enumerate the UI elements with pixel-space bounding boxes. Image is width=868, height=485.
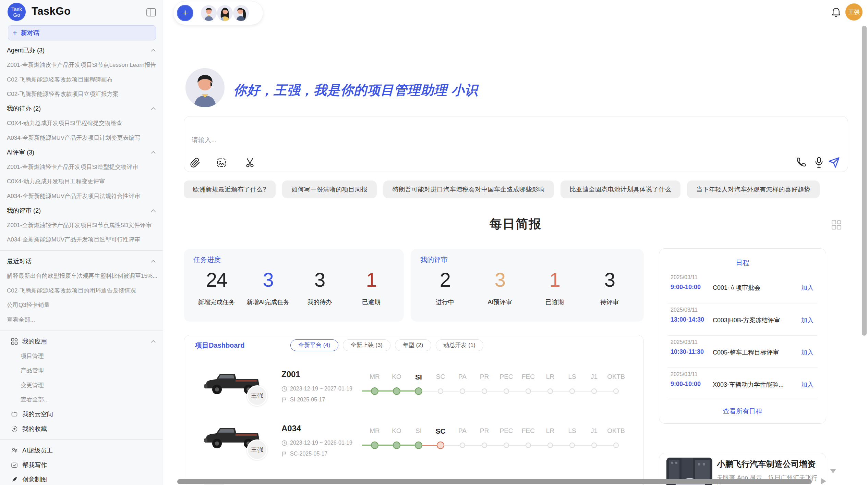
scroll-down-arrow-icon[interactable]: [830, 469, 836, 473]
user-avatar[interactable]: 王强: [845, 3, 863, 21]
chevron-up-icon[interactable]: [151, 260, 156, 263]
sidebar-item[interactable]: Z001-全新燃油轻卡产品开发项目SI节点属性5D文件评审: [0, 218, 163, 233]
sidebar-item[interactable]: Z001-全新燃油轻卡产品开发项目SI造型提交物评审: [0, 160, 163, 174]
sidebar-item-ai-employee[interactable]: AI超级员工: [0, 443, 163, 458]
section-recent-chats[interactable]: 最近对话: [0, 254, 163, 269]
vertical-scrollbar[interactable]: [862, 26, 867, 336]
sidebar-item[interactable]: C0X4-动力总成开发项目SI里程碑提交物检查: [0, 116, 163, 131]
sidebar-item[interactable]: A034-全新新能源MUV产品开发项目计划变更表编写: [0, 130, 163, 145]
sidebar: Task Go TaskGo + 新对话 Agent已办 (3) Z001-全新…: [0, 0, 163, 485]
agent-avatar[interactable]: [233, 5, 249, 21]
join-meeting-link[interactable]: 加入: [801, 381, 813, 389]
sidebar-item[interactable]: C02-飞腾新能源轻客改款项目立项汇报方案: [0, 87, 163, 102]
suggestion-chip[interactable]: 如何写一份清晰的项目周报: [282, 181, 377, 198]
sidebar-item[interactable]: A034-全新新能源MUV产品开发项目造型可行性评审: [0, 233, 163, 247]
stat-ai-prereview: 3 AI预评审: [472, 268, 527, 306]
suggestion-chip[interactable]: 特朗普可能对进口汽车增税会对中国车企造成哪些影响: [383, 181, 554, 198]
voice-call-icon[interactable]: [796, 157, 807, 169]
filter-model-year[interactable]: 年型 (2): [395, 339, 431, 351]
event-time: 10:30-11:30: [671, 348, 704, 356]
people-icon: [11, 447, 18, 454]
section-my-todo[interactable]: 我的待办 (2): [0, 101, 163, 116]
chevron-up-icon[interactable]: [151, 340, 156, 343]
microphone-icon[interactable]: [813, 156, 825, 168]
scroll-right-arrow-icon[interactable]: [821, 478, 826, 484]
apps-grid-icon: [11, 338, 18, 345]
suggestion-chip[interactable]: 欧洲新规最近颁布了什么?: [184, 181, 276, 198]
recent-chat-item[interactable]: 解释最新出台的欧盟报废车法规再生塑料比例被调至15%...: [0, 269, 163, 284]
daily-briefing-title: 每日简报: [163, 216, 868, 233]
layout-grid-icon[interactable]: [831, 219, 842, 230]
assistant-avatar: [185, 68, 225, 107]
news-title: 小鹏飞行汽车制造公司增资: [717, 459, 820, 470]
sidebar-collapse-icon[interactable]: [146, 8, 156, 17]
horizontal-scrollbar[interactable]: [177, 479, 812, 484]
sidebar-item-help-write[interactable]: 帮我写作: [0, 458, 163, 473]
recent-chat-item[interactable]: C02-飞腾新能源轻客改款项目的闭环通告反馈情况: [0, 283, 163, 298]
join-meeting-link[interactable]: 加入: [801, 348, 813, 357]
add-agent-button[interactable]: +: [177, 5, 193, 21]
recent-chat-view-all[interactable]: 查看全部...: [0, 312, 163, 327]
event-time: 9:00-10:00: [671, 381, 701, 388]
chevron-up-icon[interactable]: [151, 209, 156, 212]
attachment-icon[interactable]: [190, 157, 201, 169]
card-title: 任务进度: [193, 255, 221, 264]
sidebar-item[interactable]: C02-飞腾新能源轻客改款项目里程碑画布: [0, 72, 163, 87]
divider: [667, 367, 818, 368]
section-agent-done[interactable]: Agent已办 (3): [0, 43, 163, 58]
suggestion-chip[interactable]: 当下年轻人对汽车外观有怎样的喜好趋势: [687, 181, 820, 198]
stat-review-overdue: 1 已逾期: [527, 268, 582, 306]
filter-new-platform[interactable]: 全新平台 (4): [290, 339, 338, 351]
event-title: C005-整车工程目标评审: [713, 348, 793, 357]
project-flag: SC-2025-05-17: [281, 451, 327, 457]
sidebar-item-change-mgmt[interactable]: 变更管理: [0, 378, 163, 393]
clock-icon: [281, 440, 287, 446]
join-meeting-link[interactable]: 加入: [801, 284, 813, 292]
suggestion-chip[interactable]: 比亚迪全固态电池计划具体说了什么: [560, 181, 680, 198]
sidebar-item[interactable]: Z001-全新燃油皮卡产品开发项目SI节点Lesson Learn报告: [0, 58, 163, 73]
logo-text-bottom: Go: [13, 12, 20, 18]
chat-input[interactable]: [192, 136, 603, 144]
screenshot-scissors-icon[interactable]: [244, 157, 256, 169]
agent-avatar[interactable]: [201, 5, 217, 21]
sidebar-item-creative-draw[interactable]: 创意制图: [0, 472, 163, 485]
project-flag: SI-2025-05-17: [281, 397, 325, 403]
project-code: Z001: [281, 370, 300, 379]
agent-avatar[interactable]: [217, 5, 233, 21]
sidebar-item-project-mgmt[interactable]: 项目管理: [0, 349, 163, 363]
filter-new-body[interactable]: 全新上装 (3): [343, 339, 391, 351]
image-upload-icon[interactable]: [216, 158, 228, 169]
sidebar-item-my-apps[interactable]: 我的应用: [0, 334, 163, 349]
send-icon[interactable]: [828, 156, 840, 168]
feather-pen-icon: [11, 476, 18, 483]
sidebar-item-cloud-space[interactable]: 我的云空间: [0, 407, 163, 422]
join-meeting-link[interactable]: 加入: [801, 316, 813, 324]
sidebar-item[interactable]: C0X4-动力总成开发项目工程变更评审: [0, 174, 163, 189]
chevron-up-icon[interactable]: [151, 49, 156, 52]
sidebar-item-favorites[interactable]: 我的收藏: [0, 422, 163, 436]
new-chat-button[interactable]: + 新对话: [8, 25, 156, 40]
recent-chat-item[interactable]: 公司Q3轻卡销量: [0, 298, 163, 313]
view-all-schedule-link[interactable]: 查看所有日程: [659, 407, 826, 416]
dashboard-title: 项目Dashboard: [195, 341, 244, 350]
chat-input-card: [184, 116, 848, 172]
sidebar-item[interactable]: A034-全新新能源MUV产品开发项目法规符合性评审: [0, 189, 163, 203]
section-ai-review[interactable]: AI评审 (3): [0, 145, 163, 160]
filter-powertrain[interactable]: 动总开发 (1): [436, 339, 484, 351]
notification-bell-icon[interactable]: [831, 7, 841, 18]
event-title: X003-车辆动力学性能验...: [713, 381, 793, 389]
chevron-up-icon[interactable]: [151, 151, 156, 154]
section-my-review[interactable]: 我的评审 (2): [0, 203, 163, 218]
flag-icon: [281, 397, 287, 403]
app-logo: Task Go: [8, 3, 26, 21]
badge-star-icon: [11, 425, 18, 432]
divider: [0, 331, 163, 331]
sidebar-apps-view-all[interactable]: 查看全部...: [0, 393, 163, 407]
sidebar-item-product-mgmt[interactable]: 产品管理: [0, 363, 163, 378]
schedule-card: 日程 2025/03/11 9:00-10:00 C001-立项审批会 加入 2…: [659, 248, 826, 424]
stat-pending-review: 3 待评审: [582, 268, 637, 306]
stat-my-todo: 3 我的待办: [294, 268, 346, 306]
chevron-up-icon[interactable]: [151, 107, 156, 110]
divider: [667, 399, 818, 399]
folder-icon: [11, 411, 18, 418]
